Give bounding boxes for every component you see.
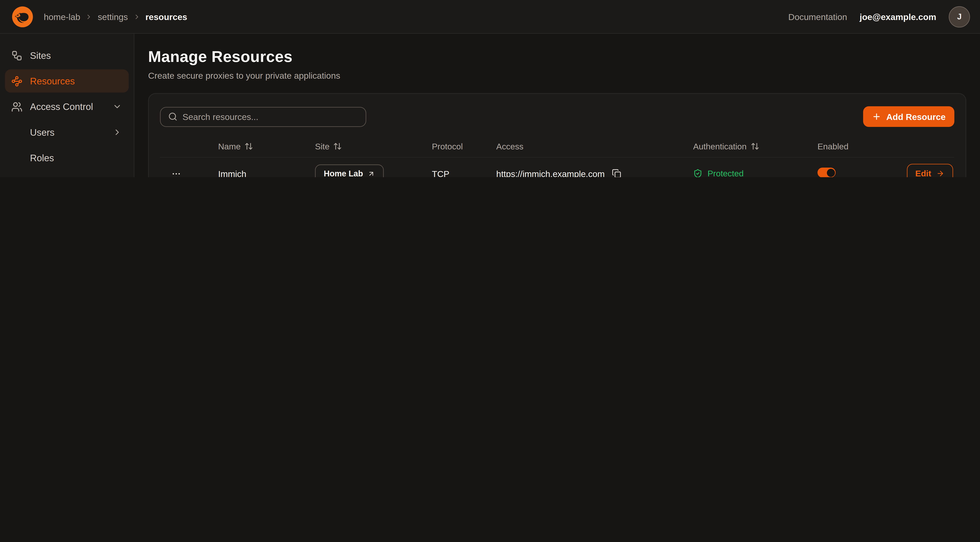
resource-name: Immich — [218, 168, 315, 177]
page-title: Manage Resources — [148, 48, 966, 66]
app-root: home-lab settings resources Documentatio… — [0, 0, 980, 177]
chevron-right-icon — [85, 13, 93, 21]
column-header-authentication[interactable]: Authentication — [693, 142, 818, 151]
users-icon — [11, 101, 22, 112]
sidebar-item-resources[interactable]: Resources — [5, 70, 129, 92]
resources-panel: Add Resource Name Site — [148, 93, 966, 177]
sidebar-item-access-control[interactable]: Access Control — [5, 95, 129, 118]
sort-icon[interactable] — [333, 142, 342, 151]
auth-status-label: Protected — [708, 169, 744, 177]
sidebar-item-shareable-links[interactable]: Shareable Links — [5, 172, 129, 177]
main-content: Manage Resources Create secure proxies t… — [134, 34, 980, 177]
chevron-right-icon — [133, 13, 140, 21]
breadcrumb-org[interactable]: home-lab — [44, 12, 80, 22]
resources-table: Name Site Protocol — [160, 136, 954, 177]
documentation-link[interactable]: Documentation — [788, 12, 847, 22]
sidebar-item-label: Users — [30, 127, 54, 137]
add-resource-label: Add Resource — [886, 112, 945, 121]
chevron-right-icon — [111, 128, 123, 137]
edit-button[interactable]: Edit — [907, 164, 953, 177]
column-header-protocol: Protocol — [432, 142, 496, 151]
sites-icon — [11, 49, 22, 61]
breadcrumb: home-lab settings resources — [44, 12, 187, 22]
add-resource-button[interactable]: Add Resource — [863, 106, 954, 127]
sidebar-item-roles[interactable]: Roles — [5, 146, 129, 169]
breadcrumb-settings[interactable]: settings — [98, 12, 128, 22]
column-header-site[interactable]: Site — [315, 142, 432, 151]
top-bar: home-lab settings resources Documentatio… — [0, 0, 980, 34]
search-icon — [168, 112, 178, 121]
copy-icon[interactable] — [611, 168, 622, 177]
pangolin-logo-icon — [10, 4, 35, 29]
avatar[interactable]: J — [949, 6, 970, 27]
arrow-up-right-icon — [368, 170, 375, 177]
enabled-toggle[interactable] — [818, 167, 836, 177]
search-box — [160, 107, 366, 127]
breadcrumb-resources: resources — [145, 12, 187, 22]
sidebar-item-users[interactable]: Users — [5, 121, 129, 143]
column-header-name[interactable]: Name — [218, 142, 315, 151]
resource-protocol: TCP — [432, 168, 496, 177]
table-row: Immich Home Lab TCP https://immich.examp… — [160, 157, 954, 177]
plus-icon — [872, 112, 881, 121]
sidebar: Sites Resources Access Control Users — [0, 34, 134, 177]
chevron-down-icon — [111, 102, 123, 112]
sort-icon[interactable] — [244, 142, 253, 151]
column-header-access: Access — [496, 142, 693, 151]
top-bar-right: Documentation joe@example.com J — [788, 6, 970, 27]
auth-status: Protected — [693, 169, 818, 177]
sort-icon[interactable] — [750, 142, 759, 151]
resource-access-url[interactable]: https://immich.example.com — [496, 168, 605, 177]
arrow-right-icon — [936, 169, 945, 177]
column-header-enabled: Enabled — [818, 142, 904, 151]
sidebar-item-label: Roles — [30, 153, 54, 163]
resources-icon — [11, 75, 22, 87]
user-email[interactable]: joe@example.com — [860, 12, 936, 22]
sidebar-item-label: Resources — [30, 76, 75, 86]
sidebar-item-label: Sites — [30, 50, 51, 61]
sidebar-item-sites[interactable]: Sites — [5, 44, 129, 67]
sidebar-item-label: Access Control — [30, 101, 93, 112]
row-menu-button[interactable] — [170, 167, 183, 177]
table-header-row: Name Site Protocol — [160, 136, 954, 157]
shield-check-icon — [693, 169, 703, 177]
site-link-button[interactable]: Home Lab — [315, 164, 383, 177]
search-input[interactable] — [183, 112, 358, 121]
page-subtitle: Create secure proxies to your private ap… — [148, 71, 966, 81]
